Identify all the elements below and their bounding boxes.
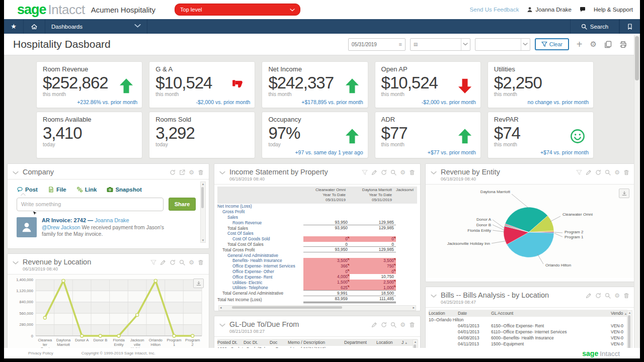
edit-pencil-icon[interactable] [586,169,592,175]
account-label[interactable]: Sales [217,215,303,220]
clear-filters-button[interactable]: Clear [535,38,569,50]
column-header[interactable]: Date [458,311,491,316]
collapse-chevron-icon[interactable] [13,170,19,176]
collapse-chevron-icon[interactable] [431,293,437,299]
account-label[interactable]: Cost Of Goods Sold [217,236,303,241]
table-row[interactable]: 04/01/20136150--Office Expense- RentVEN-… [429,323,627,329]
date-filter-input[interactable] [349,42,396,47]
amount-cell[interactable]: 0 [303,236,350,242]
company-scrollbar[interactable]: ▲▼ [200,182,206,243]
collapse-chevron-icon[interactable] [219,170,225,176]
amount-cell[interactable]: 366 [303,263,350,269]
account-label[interactable]: Office Expense- Rent [217,275,303,280]
account-label[interactable]: General And Administrative [217,253,303,258]
secondary-filter-select[interactable] [475,38,530,51]
amount-cell[interactable]: 2,500 [350,280,396,285]
filter-icon[interactable] [150,259,156,265]
trash-icon[interactable] [198,169,204,175]
date-filter-field[interactable]: ≡ [348,38,406,51]
post-tab[interactable]: Post [17,187,38,193]
amount-cell[interactable]: 3,500 [303,258,350,263]
account-label[interactable]: Utilities- Electric [217,280,303,285]
column-header[interactable]: Clearwater OmniYear To Date05/31/2019 [299,188,346,203]
write-something-input[interactable] [17,198,164,211]
trash-icon[interactable] [198,259,204,265]
refresh-icon[interactable] [381,169,387,175]
gear-icon[interactable]: ⚙ [614,293,620,299]
feed-item-author[interactable]: Joanna Drake [95,217,129,223]
open-external-icon[interactable] [179,169,185,175]
entity-filter-select[interactable]: ▤ [410,38,470,51]
horizontal-scrollbar[interactable]: ◂▸ [218,305,416,311]
trash-icon[interactable] [623,169,629,175]
feed-item-title[interactable]: AR Invoice: 2742 — [42,217,93,223]
gear-icon[interactable]: ⚙ [189,169,194,175]
account-label[interactable]: Gross Profit [217,209,303,214]
account-label[interactable]: Utilities- Telephone [217,285,303,290]
amount-cell[interactable]: 0 [303,269,350,275]
gear-icon[interactable]: ⚙ [189,259,194,265]
account-label[interactable]: Room Revenue [217,220,303,225]
send-feedback-link[interactable]: Send Us Feedback [470,7,519,13]
edit-pencil-icon[interactable] [586,293,592,299]
download-chart-button[interactable] [193,279,204,288]
column-header[interactable]: Memo / Description [288,340,344,345]
column-header[interactable]: Doc Dt. [244,340,270,345]
amount-cell[interactable]: 625 [303,285,350,291]
column-header[interactable]: Location [376,340,401,345]
link-tab[interactable]: Link [76,187,97,193]
trash-icon[interactable] [623,293,629,299]
column-header[interactable]: J▲ [401,340,409,345]
column-header[interactable]: Location [429,311,458,316]
column-header[interactable]: Daytona MarriottYear To Date05/31/2019 [346,188,392,203]
file-tab[interactable]: File [48,187,66,193]
gear-icon[interactable]: ⚙ [400,322,406,328]
account-label[interactable]: Office Expense- Internet Services [217,263,303,268]
table-row[interactable]: 04/01/20136110--Office Expense- Internet… [429,329,627,335]
zoom-search-icon[interactable] [605,293,611,299]
download-chart-button[interactable] [619,189,629,198]
dashboards-menu[interactable]: Dashboards [45,19,147,34]
page-scrollbar[interactable] [634,35,640,348]
zoom-search-icon[interactable] [390,169,396,175]
filter-icon[interactable] [362,169,368,175]
edit-pencil-icon[interactable] [371,169,377,175]
gear-icon[interactable]: ⚙ [400,169,406,175]
collapse-chevron-icon[interactable] [431,170,437,176]
bookmarks-button[interactable] [619,19,640,34]
zoom-search-icon[interactable] [605,169,611,175]
entity-selector[interactable]: Top level [175,4,300,16]
amount-cell[interactable]: 0 [350,269,396,275]
column-header[interactable]: Posted Dt. [217,340,244,345]
add-widget-button[interactable]: + [577,39,583,50]
trash-icon[interactable] [409,169,415,175]
copy-icon[interactable] [604,41,612,48]
account-label[interactable]: Office Expense- Other [217,269,303,274]
privacy-policy-link[interactable]: Privacy Policy [28,351,53,355]
home-button[interactable] [24,19,45,34]
amount-cell[interactable]: 3,500 [350,258,396,263]
amount-cell[interactable]: 4,000 [303,274,350,280]
refresh-icon[interactable] [595,169,601,175]
account-label[interactable]: Benefits- Health Insurance [217,258,303,263]
refresh-icon[interactable] [170,259,176,265]
refresh-icon[interactable] [170,169,176,175]
amount-cell[interactable]: 750 [350,263,396,269]
amount-cell[interactable]: 0 [350,236,396,242]
amount-cell[interactable]: 1,000 [350,285,396,291]
amount-cell[interactable]: 1,500 [303,280,350,285]
column-header[interactable]: Department [344,340,376,345]
edit-pencil-icon[interactable] [371,322,377,328]
refresh-icon[interactable] [381,322,387,328]
user-menu[interactable]: Joanna Drake [527,7,572,13]
column-header[interactable]: Doc [270,340,288,345]
settings-gear-icon[interactable]: ⚙ [590,40,597,49]
table-group-row[interactable]: 10--Orlando Hilton [429,317,627,323]
account-label[interactable]: Net Income (Loss) [217,204,303,209]
help-support-link[interactable]: Help & Support [594,7,633,13]
table-row[interactable]: 04/08/20136000--Benefits- Health Insuran… [429,335,627,341]
trash-icon[interactable] [409,322,415,328]
zoom-search-icon[interactable] [390,322,396,328]
column-header[interactable]: GL Account [491,311,611,316]
refresh-icon[interactable] [595,293,601,299]
